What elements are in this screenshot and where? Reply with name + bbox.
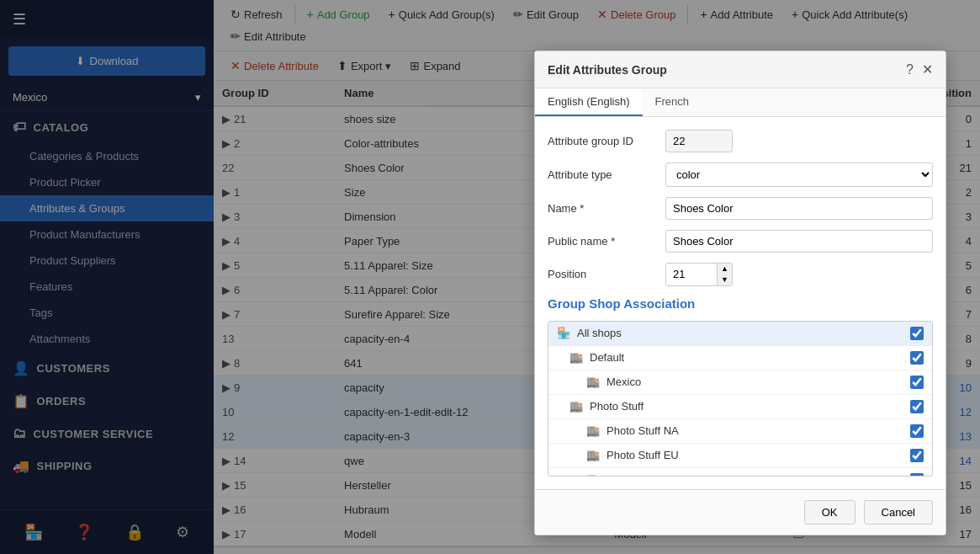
tab-english[interactable]: English (English) (535, 88, 643, 116)
label-name: Name * (548, 202, 657, 215)
select-attribute-type[interactable]: color radio select (665, 162, 933, 187)
modal-help-icon[interactable]: ? (906, 62, 914, 77)
input-attribute-group-id[interactable] (665, 130, 733, 152)
shop-check-all-shops[interactable] (910, 327, 924, 340)
shop-check-photo-stuff-na[interactable] (910, 424, 924, 438)
shop-check-photo-stuff-usa[interactable] (910, 473, 924, 477)
photo-stuff-usa-icon: 🏬 (586, 473, 600, 477)
shop-row-photo-stuff-usa[interactable]: 🏬 Photo Stuff USA (548, 468, 932, 477)
modal-footer: OK Cancel (535, 489, 946, 535)
position-input-wrap: ▲ ▼ (665, 263, 733, 286)
input-name[interactable] (665, 197, 933, 220)
label-public-name: Public name * (548, 235, 657, 248)
group-shop-title: Group Shop Association (548, 296, 933, 311)
modal-overlay: Edit Attributes Group ? ✕ English (Engli… (0, 0, 980, 554)
spinner-buttons: ▲ ▼ (717, 264, 732, 285)
field-attribute-group-id: Attribute group ID (548, 130, 933, 152)
shop-check-photo-stuff[interactable] (910, 400, 924, 413)
shop-row-photo-stuff-na[interactable]: 🏬 Photo Stuff NA (548, 419, 932, 444)
shop-row-photo-stuff[interactable]: 🏬 Photo Stuff (548, 395, 932, 419)
shop-check-mexico[interactable] (910, 376, 924, 389)
spinner-up[interactable]: ▲ (717, 264, 732, 274)
tab-french[interactable]: French (643, 88, 702, 116)
label-attribute-group-id: Attribute group ID (548, 135, 657, 147)
spinner-down[interactable]: ▼ (717, 274, 732, 285)
field-public-name: Public name * (548, 230, 933, 253)
shop-row-all-shops[interactable]: 🏪 All shops (548, 322, 932, 346)
modal-header-icons: ? ✕ (906, 61, 933, 77)
cancel-button[interactable]: Cancel (864, 500, 933, 525)
shop-row-default[interactable]: 🏬 Default (548, 346, 932, 370)
modal-header: Edit Attributes Group ? ✕ (535, 51, 946, 88)
label-attribute-type: Attribute type (548, 168, 657, 181)
photo-stuff-na-icon: 🏬 (586, 424, 600, 437)
modal-tabs: English (English) French (535, 88, 946, 117)
shop-check-default[interactable] (910, 351, 924, 365)
shop-check-photo-stuff-eu[interactable] (910, 449, 924, 462)
photo-stuff-eu-icon: 🏬 (586, 449, 600, 461)
field-position: Position ▲ ▼ (548, 263, 933, 286)
field-name: Name * (548, 197, 933, 220)
photo-stuff-icon: 🏬 (569, 400, 583, 413)
input-position[interactable] (666, 264, 717, 285)
label-position: Position (548, 268, 657, 280)
shop-row-mexico[interactable]: 🏬 Mexico (548, 370, 932, 395)
edit-attributes-group-modal: Edit Attributes Group ? ✕ English (Engli… (534, 51, 946, 535)
input-public-name[interactable] (665, 230, 933, 253)
shop-row-photo-stuff-eu[interactable]: 🏬 Photo Stuff EU (548, 444, 932, 468)
modal-close-icon[interactable]: ✕ (922, 61, 933, 77)
shop-tree: 🏪 All shops 🏬 Default 🏬 Mexico (548, 321, 933, 477)
field-attribute-type: Attribute type color radio select (548, 162, 933, 187)
ok-button[interactable]: OK (804, 500, 856, 525)
all-shops-icon: 🏪 (557, 327, 570, 339)
mexico-shop-icon: 🏬 (586, 376, 600, 388)
modal-title: Edit Attributes Group (548, 63, 667, 77)
default-shop-icon: 🏬 (569, 351, 583, 364)
modal-body: Attribute group ID Attribute type color … (535, 117, 946, 489)
